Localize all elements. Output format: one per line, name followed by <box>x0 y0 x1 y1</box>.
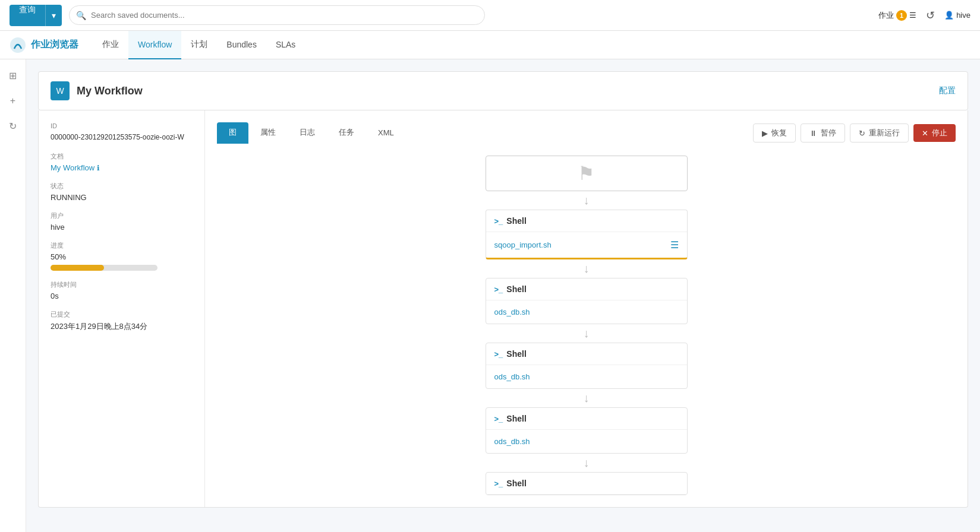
status-section: 状态 RUNNING <box>51 182 193 202</box>
nav-logo[interactable]: 作业浏览器 <box>10 37 78 53</box>
node-1-script: sqoop_import.sh <box>494 240 552 249</box>
content-area: W My Workflow 配置 ID 0000000-230129201253… <box>26 59 980 532</box>
tab-section: 图 属性 日志 任务 XML <box>217 122 406 144</box>
progress-label: 进度 <box>51 241 193 250</box>
pause-icon: ⏸ <box>809 129 817 138</box>
config-link[interactable]: 配置 <box>939 86 956 96</box>
nav-tab-zuoye[interactable]: 作业 <box>93 31 128 59</box>
search-icon: 🔍 <box>76 11 86 20</box>
doc-section: 文档 My Workflow ℹ <box>51 152 193 172</box>
nav-tab-plan[interactable]: 计划 <box>181 31 217 59</box>
node-2-script: ods_db.sh <box>494 308 530 316</box>
search-bar: 🔍 <box>69 5 485 25</box>
workflow-node-2[interactable]: >_ Shell ods_db.sh <box>486 278 688 324</box>
zuoye-label: 作业 <box>878 10 894 21</box>
progress-bar-bg <box>51 265 157 271</box>
submitted-value: 2023年1月29日晚上8点34分 <box>51 321 193 332</box>
zuoye-badge[interactable]: 作业 1 ☰ <box>878 10 916 21</box>
id-label: ID <box>51 122 193 129</box>
tab-graph[interactable]: 图 <box>217 122 248 144</box>
action-bar: ▶ 恢复 ⏸ 暂停 ↻ 重新运行 <box>753 124 956 142</box>
history-icon[interactable]: ↺ <box>926 9 935 22</box>
user-icon: 👤 <box>944 11 954 20</box>
shell-icon-1: >_ <box>494 217 503 226</box>
pause-button[interactable]: ⏸ 暂停 <box>801 124 845 142</box>
main-layout: ⊞ + ↻ W My Workflow 配置 ID 0000000-230129… <box>0 59 980 532</box>
user-label: hive <box>956 11 970 20</box>
workflow-icon: W <box>51 81 70 100</box>
arrow-2: ↓ <box>474 327 699 340</box>
doc-label: 文档 <box>51 152 193 161</box>
info-panel: ID 0000000-230129201253575-oozie-oozi-W … <box>39 110 205 507</box>
tab-xml[interactable]: XML <box>366 124 406 143</box>
workflow-node-5[interactable]: >_ Shell <box>486 472 688 495</box>
stop-x-icon: ✕ <box>922 129 928 138</box>
workflow-node-3[interactable]: >_ Shell ods_db.sh <box>486 343 688 389</box>
user-section: 用户 hive <box>51 211 193 232</box>
rerun-icon: ↻ <box>859 129 865 138</box>
search-input[interactable] <box>69 5 485 25</box>
rerun-button[interactable]: ↻ 重新运行 <box>850 124 909 142</box>
topbar-right: 作业 1 ☰ ↺ 👤 hive <box>878 9 970 22</box>
list-icon: ☰ <box>909 11 916 20</box>
query-button[interactable]: 查询 ▾ <box>10 5 62 26</box>
resume-play-icon: ▶ <box>762 129 768 138</box>
nav-tab-slas[interactable]: SLAs <box>266 31 305 59</box>
top-controls: 图 属性 日志 任务 XML <box>217 122 956 144</box>
duration-value: 0s <box>51 292 193 300</box>
status-label: 状态 <box>51 182 193 191</box>
progress-bar-fill <box>51 265 104 271</box>
nav-tab-workflow[interactable]: Workflow <box>128 31 181 59</box>
sidebar-add-icon[interactable]: + <box>7 92 19 110</box>
submitted-label: 已提交 <box>51 310 193 319</box>
logo-icon <box>10 37 26 53</box>
stop-button[interactable]: ✕ 停止 <box>913 124 956 142</box>
query-btn-arrow[interactable]: ▾ <box>46 5 62 26</box>
info-icon: ℹ <box>97 164 100 172</box>
workflow-header: W My Workflow 配置 <box>38 71 968 110</box>
shell-icon-5: >_ <box>494 479 503 488</box>
topbar: 查询 ▾ 🔍 作业 1 ☰ ↺ 👤 hive <box>0 0 980 31</box>
node-4-script: ods_db.sh <box>494 437 530 446</box>
shell-icon-2: >_ <box>494 285 503 294</box>
duration-label: 持续时间 <box>51 280 193 289</box>
tab-tasks[interactable]: 任务 <box>327 122 366 144</box>
arrow-3: ↓ <box>474 391 699 405</box>
arrow-4: ↓ <box>474 456 699 470</box>
user-label: 用户 <box>51 211 193 220</box>
arrow-0: ↓ <box>474 194 699 207</box>
shell-icon-3: >_ <box>494 350 503 359</box>
user-value: hive <box>51 223 193 232</box>
secondary-nav: 作业浏览器 作业 Workflow 计划 Bundles SLAs <box>0 31 980 59</box>
workflow-node-1[interactable]: >_ Shell sqoop_import.sh ☰ <box>486 210 688 259</box>
workflow-container: W My Workflow 配置 ID 0000000-230129201253… <box>26 59 980 520</box>
user-info[interactable]: 👤 hive <box>944 11 970 20</box>
workflow-diagram: ⚑ ↓ >_ Shell sqoop_import.sh ☰ <box>474 156 699 495</box>
badge-count: 1 <box>896 10 907 21</box>
sidebar-grid-icon[interactable]: ⊞ <box>5 66 20 85</box>
workflow-title: My Workflow <box>77 85 143 97</box>
duration-section: 持续时间 0s <box>51 280 193 300</box>
workflow-node-4[interactable]: >_ Shell ods_db.sh <box>486 407 688 454</box>
status-value: RUNNING <box>51 193 193 202</box>
app-name-label: 作业浏览器 <box>31 39 78 51</box>
doc-link[interactable]: My Workflow ℹ <box>51 163 193 172</box>
sidebar-refresh-icon[interactable]: ↻ <box>5 117 20 135</box>
query-btn-label: 查询 <box>10 5 46 26</box>
submitted-section: 已提交 2023年1月29日晚上8点34分 <box>51 310 193 332</box>
right-panel: 图 属性 日志 任务 XML <box>205 110 968 507</box>
resume-button[interactable]: ▶ 恢复 <box>753 124 796 142</box>
progress-value: 50% <box>51 252 193 261</box>
id-value: 0000000-230129201253575-oozie-oozi-W <box>51 132 193 142</box>
node-3-script: ods_db.sh <box>494 372 530 381</box>
node-1-menu-icon[interactable]: ☰ <box>670 239 679 251</box>
tab-properties[interactable]: 属性 <box>248 122 288 144</box>
left-sidebar: ⊞ + ↻ <box>0 59 26 532</box>
tab-logs[interactable]: 日志 <box>288 122 327 144</box>
progress-section: 进度 50% <box>51 241 193 271</box>
workflow-start-node[interactable]: ⚑ <box>486 156 688 191</box>
arrow-1: ↓ <box>474 262 699 276</box>
start-flag-icon: ⚑ <box>578 162 595 185</box>
workflow-body: ID 0000000-230129201253575-oozie-oozi-W … <box>38 110 968 508</box>
nav-tab-bundles[interactable]: Bundles <box>217 31 266 59</box>
